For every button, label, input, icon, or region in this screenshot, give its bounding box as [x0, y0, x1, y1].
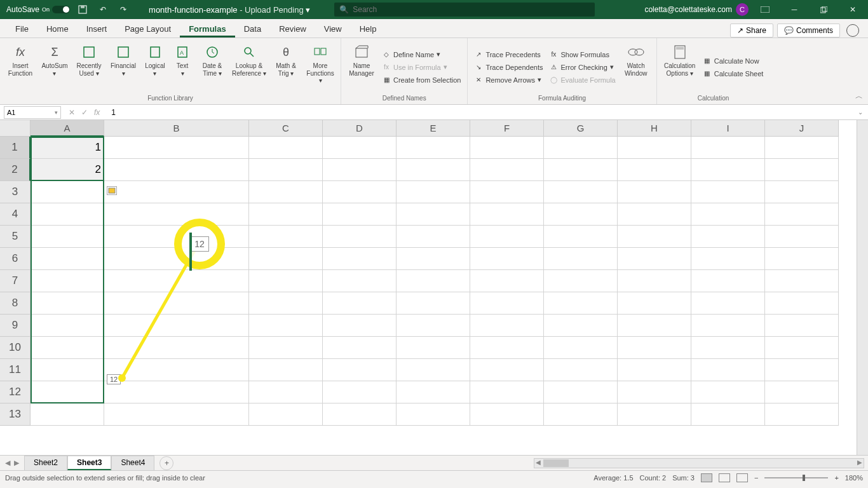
cell-F3[interactable] — [470, 181, 544, 203]
row-header-7[interactable]: 7 — [0, 270, 31, 292]
cell-H5[interactable] — [618, 226, 691, 248]
cell-I9[interactable] — [691, 315, 765, 337]
user-avatar[interactable]: C — [736, 3, 749, 16]
cell-D10[interactable] — [323, 337, 397, 359]
col-header-J[interactable]: J — [765, 120, 839, 137]
tab-view[interactable]: View — [315, 20, 351, 37]
cell-F10[interactable] — [470, 337, 544, 359]
cell-H8[interactable] — [618, 292, 691, 315]
expand-formula-icon[interactable]: ⌄ — [853, 109, 868, 116]
cell-D11[interactable] — [323, 359, 397, 381]
cell-A6[interactable] — [31, 248, 104, 270]
cell-G13[interactable] — [544, 403, 618, 426]
cell-H2[interactable] — [618, 159, 691, 181]
row-header-13[interactable]: 13 — [0, 403, 31, 426]
cell-F9[interactable] — [470, 315, 544, 337]
row-header-2[interactable]: 2 — [0, 159, 31, 181]
cell-E7[interactable] — [397, 270, 470, 292]
cell-G1[interactable] — [544, 137, 618, 159]
cell-B11[interactable] — [104, 359, 249, 381]
cell-I5[interactable] — [691, 226, 765, 248]
cell-E13[interactable] — [397, 403, 470, 426]
cell-C1[interactable] — [249, 137, 323, 159]
zoom-out-icon[interactable]: − — [754, 474, 758, 482]
cell-E1[interactable] — [397, 137, 470, 159]
cell-J5[interactable] — [765, 226, 839, 248]
calculate-now-button[interactable]: ▦Calculate Now — [700, 55, 766, 67]
tab-home[interactable]: Home — [37, 20, 78, 37]
cell-C2[interactable] — [249, 159, 323, 181]
cell-G6[interactable] — [544, 248, 618, 270]
tab-formulas[interactable]: Formulas — [180, 20, 235, 37]
page-layout-view-icon[interactable] — [719, 473, 730, 482]
remove-arrows-button[interactable]: ✕Remove Arrows ▾ — [471, 74, 545, 86]
zoom-slider[interactable] — [764, 477, 828, 478]
cell-C3[interactable] — [249, 181, 323, 203]
cell-C4[interactable] — [249, 203, 323, 226]
cell-G12[interactable] — [544, 381, 618, 403]
cell-A8[interactable] — [31, 292, 104, 315]
row-header-1[interactable]: 1 — [0, 137, 31, 159]
col-header-F[interactable]: F — [470, 120, 544, 137]
cell-J6[interactable] — [765, 248, 839, 270]
calculation-options-button[interactable]: Calculation Options ▾ — [661, 41, 699, 93]
col-header-E[interactable]: E — [397, 120, 470, 137]
tab-page-layout[interactable]: Page Layout — [116, 20, 180, 37]
cell-D3[interactable] — [323, 181, 397, 203]
search-box[interactable]: 🔍 — [334, 3, 595, 17]
tab-data[interactable]: Data — [235, 20, 270, 37]
cell-B7[interactable] — [104, 270, 249, 292]
lookup-reference-button[interactable]: Lookup & Reference ▾ — [230, 41, 268, 93]
cell-E11[interactable] — [397, 359, 470, 381]
cell-E6[interactable] — [397, 248, 470, 270]
cell-G5[interactable] — [544, 226, 618, 248]
cell-J1[interactable] — [765, 137, 839, 159]
cell-F11[interactable] — [470, 359, 544, 381]
cell-J8[interactable] — [765, 292, 839, 315]
cell-J4[interactable] — [765, 203, 839, 226]
logical-button[interactable]: Logical▾ — [141, 41, 169, 93]
cell-I11[interactable] — [691, 359, 765, 381]
autosum-button[interactable]: Σ AutoSum▾ — [38, 41, 71, 93]
cell-J13[interactable] — [765, 403, 839, 426]
collapse-ribbon-icon[interactable]: ︿ — [855, 91, 863, 102]
cell-G3[interactable] — [544, 181, 618, 203]
cell-C6[interactable] — [249, 248, 323, 270]
cell-E10[interactable] — [397, 337, 470, 359]
page-break-view-icon[interactable] — [736, 473, 748, 482]
cell-H12[interactable] — [618, 381, 691, 403]
row-header-8[interactable]: 8 — [0, 292, 31, 315]
cell-B13[interactable] — [104, 403, 249, 426]
define-name-button[interactable]: ◇Define Name ▾ — [379, 49, 463, 60]
select-all-button[interactable] — [0, 120, 31, 137]
cell-A9[interactable] — [31, 315, 104, 337]
cell-B12[interactable] — [104, 381, 249, 403]
cell-A10[interactable] — [31, 337, 104, 359]
tab-insert[interactable]: Insert — [78, 20, 116, 37]
cell-F8[interactable] — [470, 292, 544, 315]
cell-D9[interactable] — [323, 315, 397, 337]
horizontal-scrollbar[interactable]: ◀▶ — [534, 458, 864, 468]
row-header-10[interactable]: 10 — [0, 337, 31, 359]
cell-F7[interactable] — [470, 270, 544, 292]
cell-E12[interactable] — [397, 381, 470, 403]
cell-I13[interactable] — [691, 403, 765, 426]
cell-A13[interactable] — [31, 403, 104, 426]
cell-F4[interactable] — [470, 203, 544, 226]
cell-A3[interactable] — [31, 181, 104, 203]
cell-D8[interactable] — [323, 292, 397, 315]
cell-H9[interactable] — [618, 315, 691, 337]
cell-F12[interactable] — [470, 381, 544, 403]
cell-E2[interactable] — [397, 159, 470, 181]
feedback-icon[interactable] — [846, 24, 859, 37]
cell-B1[interactable] — [104, 137, 249, 159]
cell-A1[interactable]: 1 — [31, 137, 104, 159]
recently-used-button[interactable]: Recently Used ▾ — [72, 41, 105, 93]
cell-D4[interactable] — [323, 203, 397, 226]
cancel-icon[interactable]: ✕ — [69, 108, 75, 117]
cell-E8[interactable] — [397, 292, 470, 315]
cell-I7[interactable] — [691, 270, 765, 292]
col-header-C[interactable]: C — [249, 120, 323, 137]
cell-H1[interactable] — [618, 137, 691, 159]
row-header-11[interactable]: 11 — [0, 359, 31, 381]
